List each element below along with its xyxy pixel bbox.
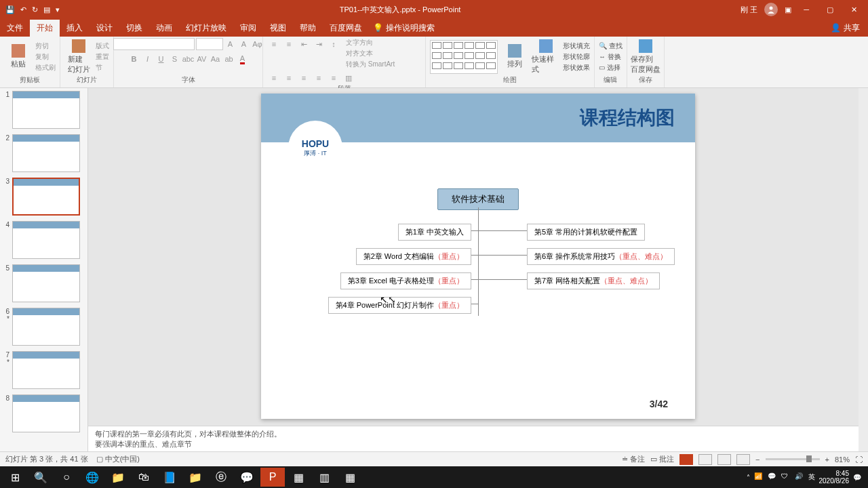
normal-view-icon[interactable] [679, 454, 693, 465]
paste-button[interactable]: 粘贴 [4, 39, 33, 75]
search-icon[interactable]: 🔍 [28, 468, 53, 487]
tab-file[interactable]: 文件 [0, 20, 30, 37]
tray-security-icon[interactable]: 🛡 [781, 472, 791, 482]
undo-icon[interactable]: ↶ [20, 5, 26, 14]
strike-button[interactable]: S [169, 53, 181, 65]
layout-button[interactable]: 版式 [96, 41, 109, 51]
zoom-in-icon[interactable]: + [825, 455, 829, 464]
slideshow-view-icon[interactable] [736, 454, 750, 465]
format-painter-button[interactable]: 格式刷 [35, 63, 56, 73]
clear-format-icon[interactable]: Aφ [252, 38, 264, 50]
language-indicator[interactable]: ▢ 中文(中国) [96, 454, 140, 464]
zoom-slider[interactable] [766, 458, 820, 460]
slide-title[interactable]: 课程结构图 [580, 105, 675, 131]
decrease-font-icon[interactable]: A [238, 38, 250, 50]
node-ch1[interactable]: 第1章 中英文输入 [398, 224, 471, 241]
taskbar-ie[interactable]: ⓔ [209, 468, 233, 487]
tray-volume-icon[interactable]: 🔊 [795, 472, 804, 482]
smartart-button[interactable]: 转换为 SmartArt [346, 60, 395, 69]
maximize-button[interactable]: ▢ [821, 5, 839, 14]
node-ch5[interactable]: 第5章 常用的计算机软硬件配置 [527, 224, 645, 241]
shape-effects-button[interactable]: 形状效果 [563, 63, 590, 73]
case-button[interactable]: Aa [210, 53, 222, 65]
thumbnail-8[interactable] [12, 394, 80, 432]
shape-fill-button[interactable]: 形状填充 [563, 41, 590, 51]
canvas-scroll[interactable]: 课程结构图 HOPU 厚溥 · IT 软件技术基础 第1章 中英文输入 第2章 … [88, 88, 868, 426]
tab-slideshow[interactable]: 幻灯片放映 [179, 20, 233, 37]
columns-icon[interactable]: ▥ [342, 72, 355, 84]
spacing-button[interactable]: AV [196, 53, 208, 65]
user-avatar-icon[interactable] [764, 3, 778, 16]
shadow-button[interactable]: abc [182, 53, 195, 65]
justify-icon[interactable]: ≡ [312, 72, 326, 84]
current-slide[interactable]: 课程结构图 HOPU 厚溥 · IT 软件技术基础 第1章 中英文输入 第2章 … [261, 94, 695, 419]
tab-transitions[interactable]: 切换 [119, 20, 149, 37]
tab-design[interactable]: 设计 [90, 20, 119, 37]
bullets-icon[interactable]: ≡ [267, 38, 281, 50]
thumbnail-5[interactable] [12, 264, 80, 302]
taskbar-app1[interactable]: 📘 [157, 468, 182, 487]
taskbar-app5[interactable]: ▦ [338, 468, 362, 487]
taskbar-explorer[interactable]: 📁 [106, 468, 130, 487]
notes-toggle[interactable]: ≐ 备注 [622, 454, 645, 464]
cortana-icon[interactable]: ○ [54, 468, 79, 487]
align-left-icon[interactable]: ≡ [267, 72, 281, 84]
start-button[interactable]: ⊞ [3, 468, 27, 487]
redo-icon[interactable]: ↻ [32, 5, 38, 14]
font-family-combo[interactable] [113, 38, 195, 50]
select-button[interactable]: ▭ 选择 [599, 63, 623, 73]
notes-pane[interactable]: 每门课程的第一章必须有此页，对本课程做整体的介绍。 要强调本课的重点、难点章节 [88, 426, 868, 451]
thumbnail-1[interactable] [12, 91, 80, 129]
taskbar-app4[interactable]: ▥ [312, 468, 336, 487]
logo[interactable]: HOPU 厚溥 · IT [288, 121, 342, 175]
distribute-icon[interactable]: ≡ [327, 72, 340, 84]
taskbar-app2[interactable]: 📁 [183, 468, 208, 487]
taskbar-wechat[interactable]: 💬 [235, 468, 259, 487]
shapes-gallery[interactable] [430, 40, 498, 74]
tab-view[interactable]: 视图 [263, 20, 293, 37]
tell-me-search[interactable]: 💡 操作说明搜索 [373, 22, 435, 34]
indent-dec-icon[interactable]: ⇤ [297, 38, 311, 50]
text-direction-button[interactable]: 文字方向 [346, 38, 395, 47]
align-center-icon[interactable]: ≡ [282, 72, 296, 84]
thumbnail-4[interactable] [12, 221, 80, 259]
thumbnail-7[interactable] [12, 351, 80, 389]
italic-button[interactable]: I [142, 53, 154, 65]
ime-indicator[interactable]: 英 [808, 472, 815, 482]
slide-counter[interactable]: 幻灯片 第 3 张，共 41 张 [5, 454, 88, 464]
thumbnail-6[interactable] [12, 308, 80, 346]
tab-help[interactable]: 帮助 [293, 20, 323, 37]
node-ch6[interactable]: 第6章 操作系统常用技巧（重点、难点） [527, 248, 675, 265]
thumbnail-3[interactable] [12, 178, 80, 216]
sorter-view-icon[interactable] [698, 454, 712, 465]
font-color-button[interactable]: A [237, 53, 249, 65]
arrange-button[interactable]: 排列 [500, 39, 529, 75]
reset-button[interactable]: 重置 [96, 52, 109, 62]
taskbar-edge[interactable]: 🌐 [80, 468, 104, 487]
slide-thumbnails-panel[interactable]: 1 2 3 4 5 6* 7* 8 [0, 88, 88, 451]
tray-up-icon[interactable]: ˄ [747, 474, 750, 481]
start-from-beginning-icon[interactable]: ▤ [43, 5, 50, 14]
thumbnail-2[interactable] [12, 134, 80, 172]
share-button[interactable]: 👤 共享 [823, 22, 868, 34]
numbering-icon[interactable]: ≡ [282, 38, 296, 50]
underline-button[interactable]: U [155, 53, 167, 65]
vertical-scrollbar[interactable] [859, 88, 868, 451]
new-slide-button[interactable]: 新建 幻灯片 [64, 39, 93, 75]
fit-window-icon[interactable]: ⛶ [855, 455, 863, 464]
taskbar-app3[interactable]: ▦ [286, 468, 311, 487]
node-ch7[interactable]: 第7章 网络相关配置（重点、难点） [527, 272, 660, 289]
quick-styles-button[interactable]: 快速样式 [532, 39, 560, 75]
font-size-combo[interactable] [196, 38, 223, 50]
user-name[interactable]: 刚 王 [741, 5, 757, 15]
notifications-icon[interactable]: 💬 [853, 474, 861, 481]
tray-network-icon[interactable]: 📶 [754, 472, 764, 482]
diagram[interactable]: 软件技术基础 第1章 中英文输入 第2章 Word 文档编辑（重点） 第3章 E… [261, 188, 695, 365]
increase-font-icon[interactable]: A [224, 38, 237, 50]
zoom-level[interactable]: 81% [835, 455, 850, 464]
indent-inc-icon[interactable]: ⇥ [312, 38, 326, 50]
clock[interactable]: 8:45 2020/8/26 [819, 470, 850, 485]
shape-outline-button[interactable]: 形状轮廓 [563, 52, 590, 62]
replace-button[interactable]: ↔ 替换 [599, 52, 623, 62]
tab-animations[interactable]: 动画 [149, 20, 179, 37]
